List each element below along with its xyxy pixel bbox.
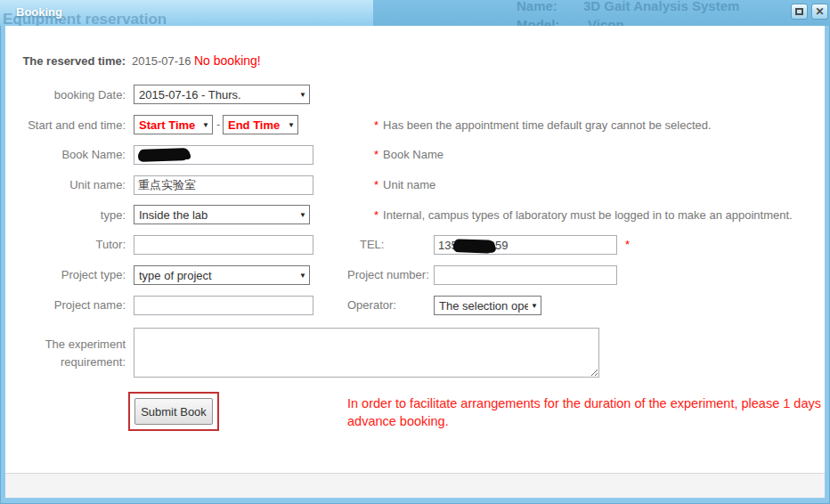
start-time-select[interactable]: Start Time ▼ [134, 115, 213, 134]
tutor-input[interactable] [134, 235, 313, 255]
maximize-button[interactable] [791, 4, 808, 20]
asterisk: * [374, 118, 378, 132]
dropdown-arrow-icon: ▼ [288, 121, 295, 129]
operator-select[interactable]: The selection ope ▼ [434, 296, 541, 315]
project-type-selected-value: type of project [139, 269, 297, 282]
asterisk: * [374, 178, 378, 191]
unit-name-label: Unit name: [9, 178, 126, 191]
type-selected-value: Inside the lab [139, 208, 297, 222]
maximize-icon [795, 8, 803, 15]
type-hint-text: Internal, campus types of laboratory mus… [383, 208, 793, 222]
dropdown-arrow-icon: ▼ [299, 272, 306, 280]
booking-date-label: booking Date: [9, 88, 126, 102]
booking-date-select[interactable]: 2015-07-16 - Thurs. ▼ [134, 85, 310, 104]
booking-dialog: Equipment reservation Name: 3D Gait Anal… [0, 0, 830, 504]
time-hint: *Has been the appointment time default g… [374, 118, 712, 132]
book-name-hint: *Book Name [374, 148, 443, 161]
tutor-label: Tutor: [9, 238, 126, 251]
operator-label: Operator: [347, 298, 396, 312]
type-select[interactable]: Inside the lab ▼ [134, 205, 310, 224]
window-title: Booking [16, 5, 62, 19]
reserved-time-label: The reserved time: [9, 54, 126, 68]
dropdown-arrow-icon: ▼ [299, 91, 306, 99]
reserved-time-value: 2015-07-16 [132, 54, 191, 68]
redaction-mark [453, 239, 494, 253]
project-number-label: Project number: [347, 268, 429, 281]
close-button[interactable]: ✕ [811, 4, 828, 20]
type-label: type: [9, 208, 126, 222]
experiment-requirement-textarea[interactable] [134, 328, 599, 378]
time-hint-text: Has been the appointment time default gr… [383, 118, 712, 132]
unit-name-hint-text: Unit name [383, 178, 435, 191]
experiment-requirement-label-line1: The experiment [9, 337, 126, 351]
dialog-content: The reserved time: 2015-07-16 No booking… [5, 26, 825, 473]
dropdown-arrow-icon: ▼ [299, 211, 306, 219]
experiment-requirement-label-line2: requirement: [9, 355, 126, 369]
tel-required-asterisk: * [625, 238, 630, 251]
submit-book-button[interactable]: Submit Book [134, 398, 213, 425]
ghost-model-label: Model: [517, 17, 559, 26]
redaction-mark [139, 148, 190, 161]
time-range-label: Start and end time: [9, 118, 126, 132]
ghost-model-value: Vicon [588, 17, 624, 26]
start-time-selected-value: Start Time [139, 118, 199, 132]
dropdown-arrow-icon: ▼ [202, 121, 209, 129]
unit-name-hint: *Unit name [374, 178, 435, 191]
project-type-select[interactable]: type of project ▼ [134, 265, 310, 285]
booking-date-selected-value: 2015-07-16 - Thurs. [139, 88, 297, 102]
book-name-label: Book Name: [9, 148, 126, 161]
type-hint: *Internal, campus types of laboratory mu… [374, 208, 793, 222]
tel-label: TEL: [360, 238, 384, 251]
project-name-input[interactable] [134, 296, 313, 315]
end-time-selected-value: End Time [228, 118, 285, 132]
operator-selected-value: The selection ope [439, 299, 528, 313]
no-booking-warning: No booking! [194, 53, 261, 68]
time-separator: - [216, 118, 220, 131]
tel-input[interactable]: 135359 [434, 235, 617, 255]
close-icon: ✕ [815, 6, 824, 17]
dialog-footer [5, 473, 825, 498]
dropdown-arrow-icon: ▼ [531, 302, 538, 310]
project-name-label: Project name: [9, 298, 126, 312]
ghost-name-label: Name: [517, 0, 557, 13]
book-name-hint-text: Book Name [383, 148, 443, 161]
unit-name-input[interactable] [134, 175, 313, 195]
project-number-input[interactable] [434, 265, 617, 285]
asterisk: * [374, 148, 378, 161]
end-time-select[interactable]: End Time ▼ [223, 115, 298, 134]
title-bar[interactable]: Equipment reservation Name: 3D Gait Anal… [0, 0, 830, 26]
project-type-label: Project type: [9, 268, 126, 281]
advance-booking-note: In order to facilitate arrangements for … [347, 394, 828, 430]
ghost-name-value: 3D Gait Analysis System [583, 0, 739, 13]
asterisk: * [374, 208, 378, 222]
